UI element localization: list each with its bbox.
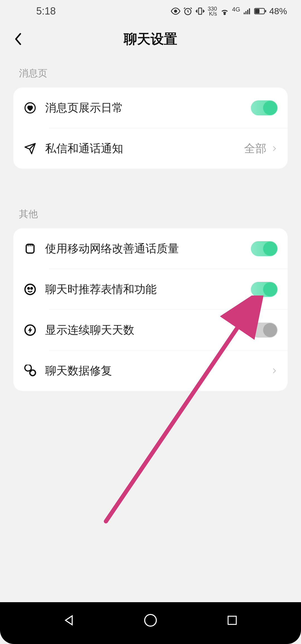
toggle-recommend-emoji[interactable] xyxy=(251,282,278,297)
status-bar: 5:18 330 K/s 4G 48% xyxy=(0,0,301,22)
nav-recent-button[interactable] xyxy=(224,612,241,629)
svg-point-0 xyxy=(174,10,177,13)
toggle-chat-streak[interactable] xyxy=(251,323,278,338)
svg-marker-20 xyxy=(65,616,72,625)
svg-rect-9 xyxy=(255,9,259,13)
page-header: 聊天设置 xyxy=(0,22,301,56)
svg-point-3 xyxy=(224,13,225,14)
row-label: 聊天数据修复 xyxy=(45,363,271,378)
row-chat-repair[interactable]: 聊天数据修复 xyxy=(13,350,288,391)
heart-circle-icon xyxy=(23,101,37,115)
navigation-bar xyxy=(0,602,301,644)
toggle-show-daily[interactable] xyxy=(251,100,278,115)
svg-rect-22 xyxy=(228,616,236,624)
smile-icon xyxy=(23,283,37,296)
svg-rect-5 xyxy=(246,11,247,14)
row-dm-notifications[interactable]: 私信和通话通知 全部 xyxy=(13,128,288,169)
row-mobile-network-quality[interactable]: 使用移动网络改善通话质量 xyxy=(13,228,288,269)
chevron-right-icon xyxy=(271,367,278,374)
svg-rect-4 xyxy=(244,13,245,14)
svg-point-14 xyxy=(28,287,30,289)
battery-icon xyxy=(254,7,266,15)
nav-back-button[interactable] xyxy=(60,612,77,629)
svg-rect-10 xyxy=(265,10,266,12)
section-header-other: 其他 xyxy=(13,197,288,228)
settings-content: 消息页 消息页展示日常 私信和通话通知 全部 其他 使用移动网络改善通话质量 xyxy=(0,56,301,391)
row-label: 聊天时推荐表情和功能 xyxy=(45,282,251,297)
wifi-icon xyxy=(220,6,229,16)
network-type-label: 4G xyxy=(232,6,240,13)
section-card-other: 使用移动网络改善通话质量 聊天时推荐表情和功能 显示连续聊天天数 聊天数据修复 xyxy=(13,228,288,391)
back-button[interactable] xyxy=(11,32,25,46)
svg-rect-6 xyxy=(247,10,248,14)
nav-home-button[interactable] xyxy=(142,612,159,629)
vibrate-icon xyxy=(195,6,205,16)
row-label: 私信和通话通知 xyxy=(45,141,244,156)
row-chat-streak[interactable]: 显示连续聊天天数 xyxy=(13,310,288,350)
svg-rect-2 xyxy=(199,8,202,14)
row-value: 全部 xyxy=(244,141,266,156)
svg-rect-7 xyxy=(249,8,250,14)
alarm-icon xyxy=(183,6,193,16)
toggle-mobile-network[interactable] xyxy=(251,241,278,256)
row-recommend-emoji[interactable]: 聊天时推荐表情和功能 xyxy=(13,269,288,309)
svg-point-13 xyxy=(25,284,35,294)
row-label: 使用移动网络改善通话质量 xyxy=(45,241,251,256)
eye-icon xyxy=(171,6,180,16)
signal-icon xyxy=(243,7,251,15)
bolt-circle-icon xyxy=(23,323,37,337)
row-label: 消息页展示日常 xyxy=(45,100,251,115)
chevron-right-icon xyxy=(271,145,278,152)
battery-percent: 48% xyxy=(269,6,287,16)
svg-point-15 xyxy=(31,287,33,289)
row-label: 显示连续聊天天数 xyxy=(45,322,251,338)
send-icon xyxy=(23,142,37,155)
row-show-daily[interactable]: 消息页展示日常 xyxy=(13,88,288,128)
network-speed: 330 K/s xyxy=(208,6,217,16)
svg-point-17 xyxy=(30,370,35,376)
section-header-messages: 消息页 xyxy=(13,56,288,88)
svg-point-21 xyxy=(145,614,156,626)
chat-bubbles-icon xyxy=(23,364,37,377)
section-card-messages: 消息页展示日常 私信和通话通知 全部 xyxy=(13,88,288,169)
status-time: 5:18 xyxy=(36,5,56,17)
page-title: 聊天设置 xyxy=(11,30,290,48)
status-indicators: 330 K/s 4G 48% xyxy=(171,6,287,16)
sim-icon xyxy=(23,242,37,255)
